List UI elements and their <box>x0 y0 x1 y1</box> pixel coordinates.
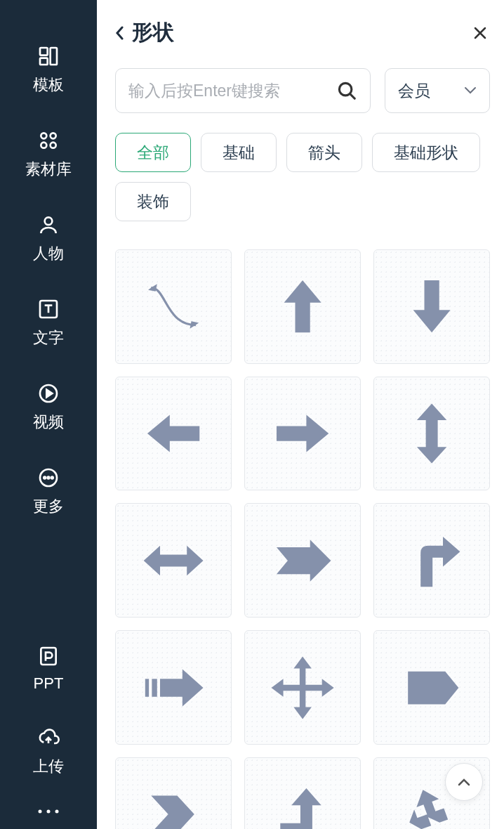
shape-grid <box>115 249 490 829</box>
svg-rect-14 <box>41 648 55 665</box>
content-panel: 形状 会员 全部 基础 箭头 基础形状 装饰 <box>97 0 504 829</box>
svg-rect-19 <box>145 679 149 696</box>
nav-upload[interactable]: 上传 <box>0 710 97 794</box>
svg-point-17 <box>55 810 59 814</box>
svg-rect-2 <box>40 58 48 65</box>
template-icon <box>37 45 60 67</box>
panel-title: 形状 <box>132 18 174 47</box>
svg-rect-0 <box>40 48 48 56</box>
shape-arrow-up[interactable] <box>244 249 361 364</box>
upload-icon <box>37 726 60 749</box>
nav-label: 更多 <box>33 496 64 517</box>
category-chips: 全部 基础 箭头 基础形状 装饰 <box>115 133 490 221</box>
svg-point-7 <box>45 217 53 225</box>
person-icon <box>37 214 60 236</box>
nav-label: 文字 <box>33 327 64 348</box>
svg-point-13 <box>51 477 53 479</box>
nav-person[interactable]: 人物 <box>0 197 97 281</box>
panel-header: 形状 <box>115 18 490 47</box>
text-icon <box>37 298 60 320</box>
sidebar: 模板 素材库 人物 文字 视频 更多 PPT <box>0 0 97 829</box>
ppt-icon <box>37 645 60 667</box>
nav-label: 视频 <box>33 412 64 433</box>
search-box[interactable] <box>115 68 371 113</box>
scroll-top-button[interactable] <box>445 763 483 801</box>
chip-decoration[interactable]: 装饰 <box>115 182 191 221</box>
svg-rect-20 <box>152 679 157 696</box>
chip-basic[interactable]: 基础 <box>201 133 277 172</box>
filter-label: 会员 <box>398 80 430 102</box>
shape-arrow-move-4[interactable] <box>244 630 361 745</box>
search-icon <box>336 80 357 101</box>
shape-arrow-notch-right[interactable] <box>244 503 361 618</box>
nav-label: PPT <box>34 674 64 693</box>
nav-label: 上传 <box>33 756 64 777</box>
svg-point-15 <box>39 810 42 814</box>
shape-arrow-down[interactable] <box>373 249 490 364</box>
shape-arrow-up-down[interactable] <box>373 377 490 491</box>
nav-label: 素材库 <box>25 159 72 180</box>
back-button[interactable] <box>115 23 128 43</box>
shape-chevron-right[interactable] <box>115 757 232 829</box>
chevron-down-icon <box>464 84 477 97</box>
shape-arrow-left-right[interactable] <box>115 503 232 618</box>
chip-basic-shape[interactable]: 基础形状 <box>372 133 480 172</box>
filter-dropdown[interactable]: 会员 <box>385 68 490 113</box>
nav-more[interactable]: 更多 <box>0 450 97 534</box>
svg-point-4 <box>51 133 56 138</box>
chip-arrow[interactable]: 箭头 <box>286 133 362 172</box>
nav-label: 模板 <box>33 74 64 96</box>
search-input[interactable] <box>128 81 336 100</box>
shape-arrow-left[interactable] <box>115 377 232 491</box>
svg-rect-1 <box>51 48 57 65</box>
shape-curve-s[interactable] <box>115 249 232 364</box>
video-icon <box>37 382 60 405</box>
chip-all[interactable]: 全部 <box>115 133 191 172</box>
shape-arrow-right[interactable] <box>244 377 361 491</box>
svg-point-6 <box>51 143 56 148</box>
svg-point-12 <box>48 477 50 479</box>
shape-pentagon-right[interactable] <box>373 630 490 745</box>
shape-arrow-striped-right[interactable] <box>115 630 232 745</box>
nav-templates[interactable]: 模板 <box>0 28 97 112</box>
close-button[interactable] <box>470 23 490 43</box>
nav-text[interactable]: 文字 <box>0 281 97 365</box>
svg-point-3 <box>41 133 46 138</box>
nav-video[interactable]: 视频 <box>0 365 97 450</box>
nav-overflow[interactable] <box>0 794 97 829</box>
svg-point-5 <box>41 143 46 148</box>
shape-arrow-turn-right[interactable] <box>373 503 490 618</box>
nav-library[interactable]: 素材库 <box>0 112 97 197</box>
nav-label: 人物 <box>33 243 64 264</box>
more-icon <box>37 466 60 489</box>
svg-point-16 <box>47 810 51 814</box>
shape-arrow-up-bent[interactable] <box>244 757 361 829</box>
svg-point-11 <box>44 477 46 479</box>
nav-ppt[interactable]: PPT <box>0 628 97 710</box>
library-icon <box>37 129 60 152</box>
